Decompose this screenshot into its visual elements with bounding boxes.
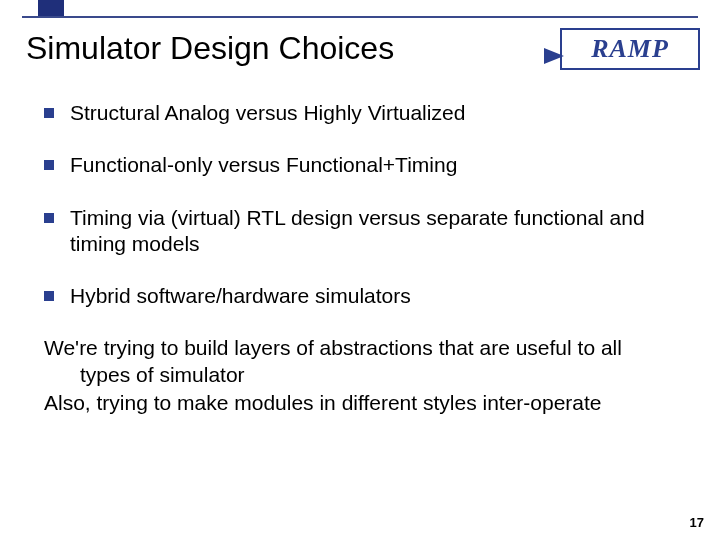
bullet-text: Timing via (virtual) RTL design versus s… (70, 205, 676, 258)
ramp-logo-arrow-icon (544, 48, 564, 64)
body-paragraph: Also, trying to make modules in differen… (44, 390, 676, 416)
top-rule (22, 16, 698, 18)
paragraph-text: Also, trying to make modules in differen… (44, 390, 676, 416)
top-accent-square (38, 0, 64, 16)
square-bullet-icon (44, 108, 54, 118)
bullet-item: Structural Analog versus Highly Virtuali… (44, 100, 676, 126)
square-bullet-icon (44, 213, 54, 223)
ramp-logo: RAMP (560, 28, 700, 70)
bullet-item: Timing via (virtual) RTL design versus s… (44, 205, 676, 258)
ramp-logo-text: RAMP (591, 34, 669, 64)
bullet-text: Functional-only versus Functional+Timing (70, 152, 676, 178)
bullet-text: Structural Analog versus Highly Virtuali… (70, 100, 676, 126)
square-bullet-icon (44, 160, 54, 170)
bullet-item: Functional-only versus Functional+Timing (44, 152, 676, 178)
body-paragraph: We're trying to build layers of abstract… (44, 335, 676, 388)
paragraph-text: We're trying to build layers of abstract… (44, 335, 676, 388)
page-number: 17 (690, 515, 704, 530)
slide-title: Simulator Design Choices (26, 30, 394, 67)
square-bullet-icon (44, 291, 54, 301)
bullet-text: Hybrid software/hardware simulators (70, 283, 676, 309)
slide-body: Structural Analog versus Highly Virtuali… (44, 100, 676, 416)
bullet-item: Hybrid software/hardware simulators (44, 283, 676, 309)
slide: RAMP Simulator Design Choices Structural… (0, 0, 720, 540)
